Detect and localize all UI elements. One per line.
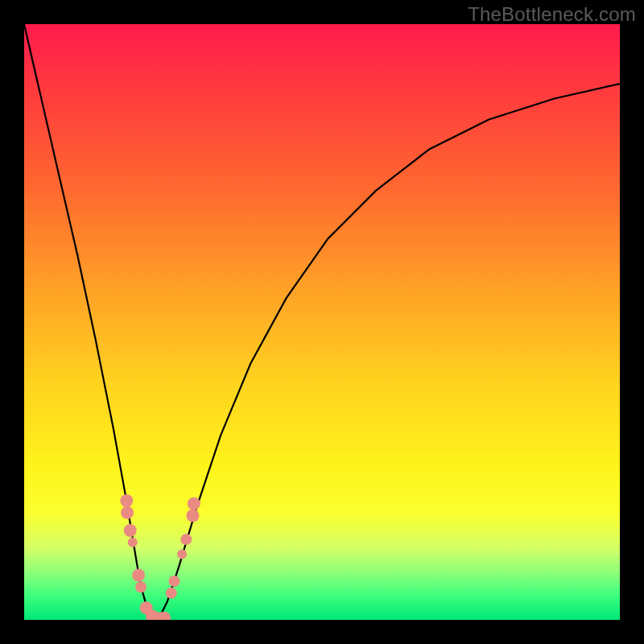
chart-plot-area bbox=[24, 24, 620, 620]
marker-dot bbox=[120, 494, 133, 507]
marker-dot bbox=[132, 569, 145, 582]
marker-dot bbox=[177, 550, 187, 559]
marker-dot bbox=[124, 524, 137, 537]
chart-frame: TheBottleneck.com bbox=[0, 0, 644, 644]
marker-dot bbox=[180, 534, 192, 545]
curve-right bbox=[159, 84, 621, 620]
marker-dot bbox=[121, 506, 134, 519]
curve-left bbox=[24, 24, 159, 620]
marker-dot bbox=[128, 538, 138, 547]
marker-dot bbox=[188, 497, 200, 510]
marker-cluster bbox=[120, 494, 200, 620]
marker-dot bbox=[186, 510, 199, 522]
marker-dot bbox=[135, 581, 147, 592]
chart-canvas bbox=[24, 24, 620, 620]
marker-dot bbox=[166, 588, 177, 599]
marker-dot bbox=[168, 576, 180, 587]
watermark-text: TheBottleneck.com bbox=[468, 3, 636, 26]
